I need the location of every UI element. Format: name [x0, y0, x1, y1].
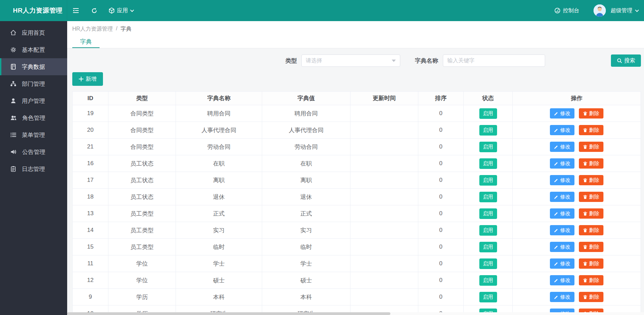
status-badge: 启用 — [479, 292, 497, 302]
delete-button[interactable]: 删除 — [579, 142, 603, 152]
delete-button[interactable]: 删除 — [579, 158, 603, 169]
edit-button[interactable]: 修改 — [550, 225, 574, 235]
sidebar-item-logs[interactable]: 日志管理 — [0, 160, 67, 177]
cell-status: 启用 — [464, 189, 513, 205]
edit-icon — [554, 211, 558, 216]
delete-button[interactable]: 删除 — [579, 208, 603, 219]
edit-button[interactable]: 修改 — [550, 142, 574, 152]
edit-button[interactable]: 修改 — [550, 275, 574, 285]
app-menu-label: 应用 — [117, 7, 128, 14]
cell-type: 学历 — [108, 289, 176, 305]
cell-sort: 0 — [418, 155, 464, 172]
cell-status: 启用 — [464, 105, 513, 122]
cell-type: 合同类型 — [108, 105, 176, 122]
chevron-down-icon — [635, 8, 639, 12]
cell-updated — [350, 155, 418, 172]
plus-icon — [79, 77, 84, 81]
sidebar-item-config[interactable]: 基本配置 — [0, 41, 67, 58]
delete-button[interactable]: 删除 — [579, 125, 603, 135]
edit-button[interactable]: 修改 — [550, 258, 574, 269]
table-row: 20 合同类型 人事代理合同 人事代理合同 0 启用 修改 删除 — [73, 122, 641, 139]
cell-value: 正式 — [262, 205, 350, 222]
cell-value: 劳动合同 — [262, 139, 350, 155]
delete-button[interactable]: 删除 — [579, 225, 603, 235]
cell-sort: 0 — [418, 122, 464, 139]
app-menu[interactable]: 应用 — [109, 7, 133, 14]
cell-status: 启用 — [464, 139, 513, 155]
edit-button[interactable]: 修改 — [550, 108, 574, 119]
type-select[interactable]: 请选择 — [301, 54, 400, 67]
edit-button[interactable]: 修改 — [550, 242, 574, 252]
dictionary-table: ID 类型 字典名称 字典值 更新时间 排序 状态 操作 19 合同类型 聘用合… — [72, 91, 641, 315]
delete-button[interactable]: 删除 — [579, 192, 603, 202]
sidebar-item-label: 应用首页 — [22, 29, 45, 37]
edit-button[interactable]: 修改 — [550, 158, 574, 169]
sidebar-item-dictionary[interactable]: 字典数据 — [0, 58, 67, 75]
scrollbar-thumb[interactable] — [67, 312, 390, 315]
cell-type: 员工类型 — [108, 239, 176, 255]
tab-dictionary[interactable]: 字典 — [72, 36, 100, 48]
cell-value: 退休 — [262, 189, 350, 205]
edit-icon — [554, 262, 558, 266]
keyword-input[interactable] — [443, 54, 545, 67]
sidebar-item-label: 角色管理 — [22, 114, 45, 122]
delete-icon — [583, 128, 587, 132]
console-link[interactable]: 控制台 — [554, 7, 579, 14]
type-filter-label: 类型 — [285, 57, 297, 65]
sidebar-item-label: 菜单管理 — [22, 131, 45, 139]
table-row: 12 学位 硕士 硕士 0 启用 修改 删除 — [73, 272, 641, 289]
cell-actions: 修改 删除 — [513, 222, 641, 239]
horizontal-scrollbar[interactable] — [67, 312, 644, 315]
cell-type: 合同类型 — [108, 122, 176, 139]
sidebar-item-announcements[interactable]: 公告管理 — [0, 143, 67, 160]
delete-icon — [583, 245, 587, 249]
sidebar-item-department[interactable]: 部门管理 — [0, 75, 67, 92]
table-row: 17 员工状态 离职 离职 0 启用 修改 删除 — [73, 172, 641, 189]
sidebar-item-menus[interactable]: 菜单管理 — [0, 126, 67, 143]
user-menu[interactable]: 超级管理 — [611, 7, 638, 14]
cell-id: 13 — [73, 205, 108, 222]
delete-button[interactable]: 删除 — [579, 275, 603, 285]
cell-sort: 0 — [418, 172, 464, 189]
sidebar-item-users[interactable]: 用户管理 — [0, 92, 67, 109]
cell-value: 离职 — [262, 172, 350, 189]
cell-updated — [350, 105, 418, 122]
edit-button[interactable]: 修改 — [550, 208, 574, 219]
fold-menu-icon[interactable] — [70, 5, 81, 16]
sidebar-item-roles[interactable]: 角色管理 — [0, 109, 67, 126]
edit-icon — [554, 195, 558, 199]
delete-button[interactable]: 删除 — [579, 175, 603, 185]
delete-button[interactable]: 删除 — [579, 292, 603, 302]
cell-type: 员工类型 — [108, 205, 176, 222]
cell-name: 劳动合同 — [176, 139, 262, 155]
cell-sort: 0 — [418, 255, 464, 272]
delete-icon — [583, 195, 587, 199]
chevron-down-icon — [130, 8, 134, 12]
cell-id: 14 — [73, 222, 108, 239]
edit-button[interactable]: 修改 — [550, 192, 574, 202]
refresh-icon[interactable] — [88, 5, 100, 16]
gear-icon — [10, 47, 16, 53]
avatar[interactable] — [594, 4, 606, 17]
cell-actions: 修改 删除 — [513, 205, 641, 222]
cell-value: 聘用合同 — [262, 105, 350, 122]
search-button[interactable]: 搜索 — [611, 54, 641, 67]
edit-button[interactable]: 修改 — [550, 175, 574, 185]
edit-button[interactable]: 修改 — [550, 125, 574, 135]
add-button[interactable]: 新增 — [72, 72, 103, 86]
cell-value: 本科 — [262, 289, 350, 305]
delete-button[interactable]: 删除 — [579, 258, 603, 269]
sidebar-item-home[interactable]: 应用首页 — [0, 24, 67, 41]
delete-icon — [583, 295, 587, 299]
breadcrumb: HR人力资源管理 / 字典 — [72, 26, 644, 33]
delete-icon — [583, 111, 587, 116]
delete-button[interactable]: 删除 — [579, 108, 603, 119]
col-sort: 排序 — [418, 92, 464, 105]
breadcrumb-root[interactable]: HR人力资源管理 — [72, 26, 113, 33]
topbar: HR人力资源管理 应用 控制台 — [0, 0, 644, 21]
delete-button[interactable]: 删除 — [579, 242, 603, 252]
table-row: 21 合同类型 劳动合同 劳动合同 0 启用 修改 删除 — [73, 139, 641, 155]
table-body: 19 合同类型 聘用合同 聘用合同 0 启用 修改 删除 — [73, 105, 641, 315]
edit-button[interactable]: 修改 — [550, 292, 574, 302]
cell-name: 人事代理合同 — [176, 122, 262, 139]
